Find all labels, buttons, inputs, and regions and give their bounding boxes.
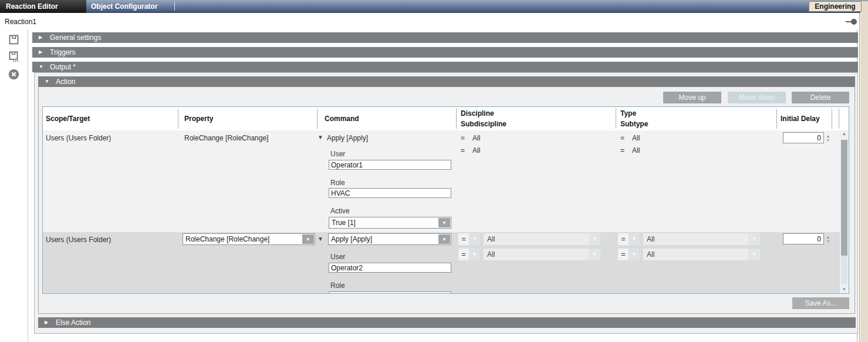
initial-delay-input[interactable] bbox=[783, 132, 824, 143]
action-table: Scope/Target Property Command Discipline… bbox=[42, 106, 849, 294]
user-input[interactable] bbox=[329, 160, 451, 170]
table-row[interactable]: Users (Users Folder) RoleChange [RoleCha… bbox=[43, 130, 849, 232]
section-general-settings[interactable]: ▶ General settings bbox=[32, 32, 858, 43]
initial-delay-stepper[interactable]: ▲ ▼ bbox=[825, 132, 832, 143]
property-dropdown[interactable]: RoleChange [RoleChange] ▼ bbox=[183, 233, 315, 245]
window-frame-strip bbox=[860, 1, 868, 342]
type-value: All bbox=[632, 134, 640, 142]
section-label: Output * bbox=[50, 63, 76, 71]
chevron-down-icon[interactable]: ▼ bbox=[629, 249, 639, 260]
tab-separator bbox=[174, 2, 175, 11]
type-operator-dropdown[interactable]: = bbox=[618, 233, 629, 245]
column-header-discipline: Discipline bbox=[461, 109, 494, 118]
type-operator: = bbox=[620, 134, 624, 142]
chevron-down-icon[interactable]: ▼ bbox=[470, 233, 479, 245]
move-down-button: Move down bbox=[728, 92, 786, 103]
subtype-operator-dropdown[interactable]: = bbox=[618, 249, 629, 260]
section-label: Action bbox=[56, 78, 75, 86]
property-value: RoleChange [RoleChange] bbox=[185, 235, 301, 243]
user-label: User bbox=[330, 150, 345, 158]
scroll-down-icon[interactable]: ▼ bbox=[840, 286, 849, 293]
subtype-dropdown[interactable]: All ▼ bbox=[643, 249, 760, 260]
column-divider bbox=[776, 109, 777, 129]
scope-target-cell: Users (Users Folder) bbox=[46, 236, 111, 244]
command-cell: Apply [Apply] bbox=[327, 134, 368, 142]
column-divider bbox=[832, 109, 832, 129]
collapse-command-icon[interactable]: ▼ bbox=[318, 135, 323, 140]
section-label: Triggers bbox=[50, 48, 76, 56]
discipline-value: All bbox=[472, 134, 480, 142]
pin-icon[interactable] bbox=[851, 19, 857, 25]
command-value: Apply [Apply] bbox=[331, 235, 437, 243]
tab-reaction-editor[interactable]: Reaction Editor bbox=[0, 0, 86, 13]
chevron-down-icon[interactable]: ▼ bbox=[302, 234, 314, 244]
column-header-subdiscipline: Subdiscipline bbox=[461, 120, 506, 128]
discipline-dropdown[interactable]: All ▼ bbox=[484, 233, 600, 245]
chevron-down-icon[interactable]: ▼ bbox=[748, 249, 760, 260]
chevron-down-icon[interactable]: ▼ bbox=[589, 249, 600, 260]
chevron-down-icon[interactable]: ▼ bbox=[589, 233, 600, 245]
discipline-operator: = bbox=[461, 134, 465, 142]
expand-icon: ▶ bbox=[39, 35, 50, 40]
engineering-button[interactable]: Engineering bbox=[809, 1, 862, 12]
spin-down-icon[interactable]: ▼ bbox=[826, 239, 830, 243]
subdiscipline-operator: = bbox=[461, 146, 465, 155]
scope-target-cell: Users (Users Folder) bbox=[46, 134, 111, 142]
table-scrollbar[interactable]: ▲ ▼ bbox=[840, 130, 849, 293]
role-label: Role bbox=[330, 281, 345, 290]
subtype-value: All bbox=[647, 250, 747, 259]
tab-object-configurator[interactable]: Object Configurator bbox=[91, 0, 157, 13]
column-header-subtype: Subtype bbox=[620, 120, 648, 128]
collapse-command-icon[interactable]: ▼ bbox=[318, 236, 323, 242]
column-header-property: Property bbox=[184, 115, 213, 123]
spin-up-icon[interactable]: ▲ bbox=[826, 134, 830, 138]
user-input[interactable] bbox=[329, 263, 451, 273]
chevron-down-icon[interactable]: ▼ bbox=[470, 249, 479, 260]
discipline-operator-dropdown[interactable]: = bbox=[458, 233, 469, 245]
subdiscipline-value: All bbox=[472, 146, 480, 155]
type-dropdown[interactable]: All ▼ bbox=[643, 233, 760, 245]
column-divider bbox=[456, 109, 457, 129]
role-input[interactable] bbox=[329, 188, 451, 198]
close-icon[interactable] bbox=[8, 69, 20, 81]
column-header-initial-delay: Initial Delay bbox=[781, 115, 820, 123]
save-icon[interactable] bbox=[8, 34, 20, 46]
column-divider bbox=[839, 109, 839, 129]
initial-delay-stepper[interactable]: ▲ ▼ bbox=[825, 233, 832, 244]
role-input[interactable] bbox=[329, 291, 451, 293]
column-header-type: Type bbox=[620, 109, 636, 118]
section-else-action[interactable]: ▶ Else Action bbox=[38, 317, 856, 328]
column-divider bbox=[317, 109, 318, 129]
collapse-icon: ▼ bbox=[45, 79, 56, 84]
spin-up-icon[interactable]: ▲ bbox=[826, 235, 830, 239]
subdiscipline-operator-dropdown[interactable]: = bbox=[458, 249, 469, 260]
spin-down-icon[interactable]: ▼ bbox=[826, 138, 830, 142]
subdiscipline-dropdown[interactable]: All ▼ bbox=[484, 249, 600, 260]
subtype-operator: = bbox=[620, 146, 624, 155]
table-row-selected[interactable]: Users (Users Folder) RoleChange [RoleCha… bbox=[43, 232, 849, 293]
scroll-up-icon[interactable]: ▲ bbox=[840, 130, 849, 138]
move-up-button[interactable]: Move up bbox=[663, 92, 721, 103]
chevron-down-icon[interactable]: ▼ bbox=[748, 233, 760, 245]
expand-icon: ▶ bbox=[39, 50, 50, 55]
save-as-button[interactable]: Save As... bbox=[792, 297, 849, 309]
active-value: True [1] bbox=[332, 219, 437, 227]
reaction-editor-window: Reaction Editor Object Configurator Engi… bbox=[0, 0, 868, 342]
section-action[interactable]: ▼ Action bbox=[38, 76, 855, 87]
section-output[interactable]: ▼ Output * bbox=[32, 62, 858, 72]
role-label: Role bbox=[330, 179, 345, 187]
command-dropdown[interactable]: Apply [Apply] ▼ bbox=[328, 233, 451, 245]
scrollbar-thumb[interactable] bbox=[841, 140, 847, 256]
section-triggers[interactable]: ▶ Triggers bbox=[32, 47, 858, 58]
column-header-scope-target: Scope/Target bbox=[46, 115, 90, 123]
initial-delay-input[interactable] bbox=[783, 233, 824, 244]
chevron-down-icon[interactable]: ▼ bbox=[629, 233, 639, 245]
chevron-down-icon[interactable]: ▼ bbox=[438, 218, 450, 227]
scrollbar-track[interactable] bbox=[841, 256, 847, 284]
chevron-down-icon[interactable]: ▼ bbox=[438, 234, 450, 244]
active-dropdown[interactable]: True [1] ▼ bbox=[329, 217, 451, 229]
section-label: General settings bbox=[50, 33, 101, 42]
section-label: Else Action bbox=[56, 318, 90, 327]
save-as-icon[interactable] bbox=[8, 51, 20, 63]
delete-button[interactable]: Delete bbox=[792, 92, 849, 103]
